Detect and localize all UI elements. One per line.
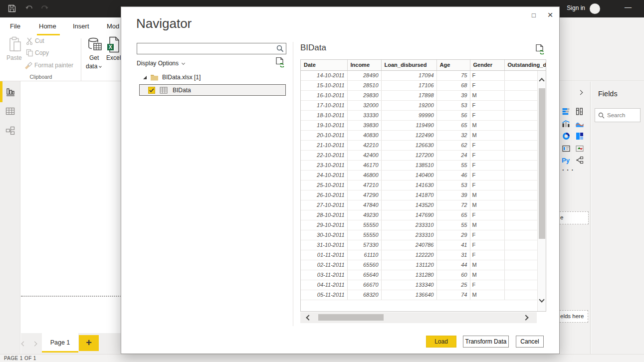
stacked-bar-chart-icon[interactable] — [562, 108, 572, 116]
column-header: Income — [347, 60, 381, 70]
vertical-scroll-thumb[interactable] — [539, 88, 545, 239]
tree-expanded-arrow-icon[interactable] — [143, 76, 147, 79]
page-tab[interactable]: Page 1 — [42, 333, 78, 353]
fields-pane: Fields — [591, 82, 644, 354]
new-page-button[interactable]: + — [79, 335, 99, 351]
scroll-right-arrow-icon[interactable] — [523, 315, 528, 320]
data-view-icon[interactable] — [5, 107, 15, 116]
chevron-down-icon — [182, 61, 185, 65]
table-cell: M — [470, 130, 504, 140]
refresh-icon[interactable] — [275, 57, 284, 69]
table-cell: 233310 — [381, 230, 436, 240]
table-cell: 19-10-2011 — [301, 120, 347, 130]
view-rail — [0, 81, 20, 354]
kpi-card-icon[interactable] — [562, 145, 572, 153]
vertical-scrollbar[interactable] — [537, 71, 546, 311]
get-data-label-1: Get — [89, 54, 99, 61]
fields-search-input[interactable] — [607, 111, 638, 120]
table-cell: 55 — [436, 220, 470, 230]
table-cell: 136640 — [381, 290, 436, 300]
slicer-icon[interactable] — [575, 156, 585, 165]
tab-file[interactable]: File — [10, 22, 20, 30]
table-cell: 25 — [436, 280, 470, 290]
table-cell: 62 — [436, 140, 470, 150]
clipboard-paste-icon — [9, 36, 22, 54]
python-visual-icon[interactable]: Py — [562, 156, 572, 165]
display-options-dropdown[interactable]: Display Options — [137, 60, 185, 67]
model-view-icon[interactable] — [5, 126, 15, 136]
load-button[interactable]: Load — [426, 336, 456, 348]
account-avatar[interactable] — [590, 3, 600, 14]
table-cell: F — [470, 160, 504, 170]
table-cell: 47840 — [347, 200, 381, 210]
table-cell: 24 — [436, 150, 470, 160]
table-row: 28-10-20114923014769065F — [301, 210, 546, 220]
horizontal-scrollbar[interactable] — [300, 312, 537, 323]
tab-home[interactable]: Home — [39, 22, 56, 30]
horizontal-scroll-thumb[interactable] — [318, 314, 384, 321]
table-row: 16-10-2011298301789839M — [301, 90, 546, 100]
table-cell: 28490 — [347, 70, 381, 80]
refresh-icon[interactable] — [535, 44, 544, 56]
area-chart-icon[interactable] — [575, 120, 585, 129]
checkbox-checked[interactable] — [148, 87, 155, 94]
save-icon[interactable] — [7, 4, 16, 13]
table-cell: 233310 — [381, 220, 436, 230]
scroll-up-arrow-icon[interactable] — [539, 78, 544, 83]
table-row: 02-11-20116556013112044M — [301, 260, 546, 270]
table-row: 05-11-20116832013664074M — [301, 290, 546, 300]
collapse-pane-chevron-icon[interactable] — [578, 90, 583, 95]
report-view-icon[interactable] — [5, 88, 15, 97]
scroll-left-arrow-icon[interactable] — [306, 315, 311, 320]
line-clustered-column-icon[interactable] — [562, 120, 572, 129]
table-cell: 65 — [436, 120, 470, 130]
field-drop-zone[interactable]: elds here — [560, 310, 588, 323]
table-cell: 32 — [436, 130, 470, 140]
navigator-search-input[interactable] — [139, 44, 273, 53]
navigator-dialog: □ × Navigator Display Options BIData.xls… — [121, 6, 560, 354]
previous-page-arrow-icon[interactable] — [22, 340, 27, 345]
search-icon — [276, 45, 284, 52]
undo-icon[interactable] — [25, 4, 34, 13]
fields-search-box[interactable] — [595, 108, 641, 122]
tab-insert[interactable]: Insert — [73, 22, 89, 30]
table-row: 20-10-20114083012249032M — [301, 130, 546, 140]
get-data-button[interactable]: Get data — [85, 37, 105, 72]
field-drop-zone[interactable]: e — [560, 211, 589, 224]
ribbon-chart-icon[interactable] — [575, 108, 585, 116]
table-cell: 17-10-2011 — [301, 100, 347, 110]
table-cell: M — [470, 220, 504, 230]
table-row: 19-10-20113983011949065M — [301, 120, 546, 130]
navigator-search-box[interactable] — [137, 43, 286, 54]
table-cell: 22-10-2011 — [301, 150, 347, 160]
more-visuals-ellipsis-icon[interactable]: . . . — [562, 165, 574, 172]
treemap-icon[interactable] — [575, 132, 585, 141]
table-cell: 19200 — [381, 100, 436, 110]
copy-button: Copy — [26, 49, 33, 58]
minimize-window-icon[interactable]: — — [622, 3, 634, 11]
table-cell: 65640 — [347, 270, 381, 280]
table-cell: F — [470, 230, 504, 240]
donut-chart-icon[interactable] — [562, 132, 572, 141]
dialog-maximize-icon[interactable]: □ — [528, 10, 539, 21]
table-cell: F — [470, 70, 504, 80]
table-cell: 57330 — [347, 240, 381, 250]
tree-item-table-selected[interactable]: BIData — [139, 84, 286, 96]
dialog-close-icon[interactable]: × — [544, 8, 556, 21]
table-cell: M — [470, 190, 504, 200]
sign-in-button[interactable]: Sign in — [567, 4, 585, 11]
next-page-arrow-icon[interactable] — [33, 340, 38, 345]
table-cell: M — [470, 90, 504, 100]
redo-icon[interactable] — [40, 4, 49, 13]
excel-workbook-button[interactable]: X Excel — [106, 36, 123, 72]
table-row: 29-10-20115555023331055M — [301, 220, 546, 230]
table-row: 30-10-20115555023331029F — [301, 230, 546, 240]
waterfall-icon[interactable] — [575, 145, 585, 153]
cancel-button[interactable]: Cancel — [516, 336, 544, 348]
scroll-down-arrow-icon[interactable] — [539, 297, 544, 302]
transform-data-button[interactable]: Transform Data — [463, 336, 509, 348]
paste-button: Paste — [4, 36, 26, 72]
tab-modeling[interactable]: Mod — [107, 22, 119, 30]
table-cell: 126630 — [381, 140, 436, 150]
table-cell: 55 — [436, 160, 470, 170]
